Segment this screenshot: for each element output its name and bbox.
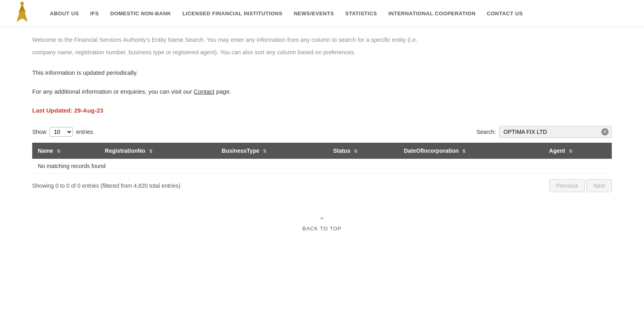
nav-ifs[interactable]: IFS (85, 10, 105, 16)
col-name-header[interactable]: Name ⇅ (32, 143, 99, 159)
back-to-top-arrow-icon: ⌃ (32, 216, 612, 224)
col-biz-sort-icon: ⇅ (263, 149, 266, 154)
no-records-row: No matching records found (32, 159, 612, 174)
col-reg-header[interactable]: RegistrationNo ⇅ (99, 143, 216, 159)
contact-enquiry-text: For any additional information or enquir… (32, 88, 612, 95)
nav-licensed-fi[interactable]: LICENSED FINANCIAL INSTITUTIONS (177, 10, 288, 16)
next-button[interactable]: Next (586, 179, 612, 192)
col-agent-header[interactable]: Agent ⇅ (543, 143, 612, 159)
nav-about-us[interactable]: ABOUT US (44, 10, 85, 16)
col-biz-header[interactable]: BusinessType ⇅ (216, 143, 328, 159)
show-entries-control: Show 10 25 50 100 entries (32, 127, 93, 137)
entries-select[interactable]: 10 25 50 100 (50, 127, 73, 137)
nav-intl-coop[interactable]: INTERNATIONAL COOPERATION (383, 10, 481, 16)
col-status-sort-icon: ⇅ (354, 149, 357, 154)
col-reg-sort-icon: ⇅ (149, 149, 153, 154)
col-name-sort-icon: ⇅ (57, 149, 60, 154)
navbar: ABOUT US IFS DOMESTIC NON-BANK LICENSED … (0, 0, 644, 27)
search-box: Search: ✕ (477, 126, 612, 138)
last-updated: Last Updated: 29-Aug-23 (32, 107, 612, 114)
pagination-info: Showing 0 to 0 of 0 entries (filtered fr… (32, 183, 180, 189)
table-body: No matching records found (32, 159, 612, 174)
intro-line1: Welcome to the Financial Services Author… (32, 35, 612, 45)
entries-label: entries (76, 129, 93, 135)
nav-domestic-non-bank[interactable]: DOMESTIC NON-BANK (105, 10, 177, 16)
nav-contact-us[interactable]: CONTACT US (481, 10, 528, 16)
nav-statistics[interactable]: STATISTICS (340, 10, 383, 16)
logo-icon[interactable] (8, 2, 36, 26)
back-to-top-label: BACK TO TOP (302, 226, 341, 232)
updated-periodically-text: This information is updated periodically… (32, 69, 612, 76)
nav-links: ABOUT US IFS DOMESTIC NON-BANK LICENSED … (44, 10, 636, 16)
contact-link[interactable]: Contact (194, 88, 215, 95)
main-content: Welcome to the Financial Services Author… (0, 27, 644, 256)
pagination-row: Showing 0 to 0 of 0 entries (filtered fr… (32, 179, 612, 192)
col-doi-header[interactable]: DateOfIncorporation ⇅ (398, 143, 543, 159)
show-label: Show (32, 129, 46, 135)
col-agent-sort-icon: ⇅ (569, 149, 572, 154)
previous-button[interactable]: Previous (549, 179, 585, 192)
pagination-buttons: Previous Next (549, 179, 612, 192)
svg-point-2 (20, 2, 24, 5)
nav-news-events[interactable]: NEWS/EVENTS (288, 10, 340, 16)
table-header: Name ⇅ RegistrationNo ⇅ BusinessType ⇅ S… (32, 143, 612, 159)
col-status-header[interactable]: Status ⇅ (328, 143, 398, 159)
col-doi-sort-icon: ⇅ (462, 149, 466, 154)
no-records-message: No matching records found (32, 159, 612, 174)
search-input-wrapper: ✕ (499, 126, 612, 138)
search-label: Search: (477, 129, 496, 135)
table-controls: Show 10 25 50 100 entries Search: ✕ (32, 126, 612, 138)
back-to-top[interactable]: ⌃ BACK TO TOP (32, 216, 612, 240)
intro-line2: company name, registration number, busin… (32, 48, 612, 57)
search-input[interactable] (499, 126, 612, 138)
data-table: Name ⇅ RegistrationNo ⇅ BusinessType ⇅ S… (32, 143, 612, 174)
